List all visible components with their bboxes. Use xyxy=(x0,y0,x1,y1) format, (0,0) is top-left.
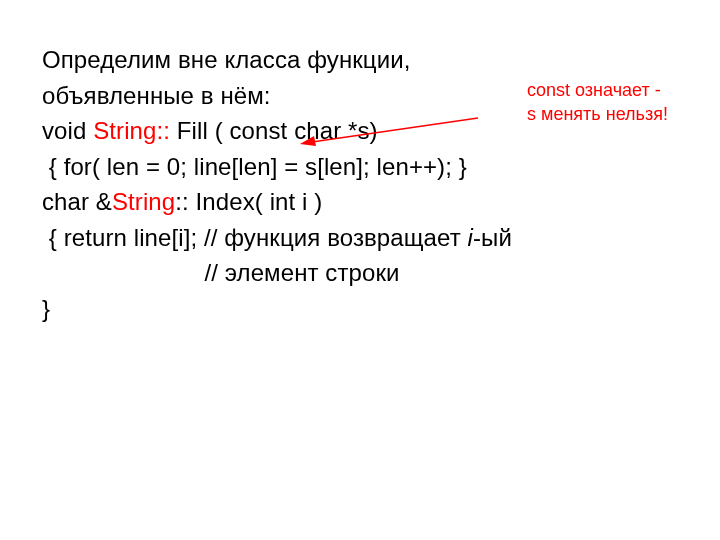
text-line-2: объявленные в нём: xyxy=(42,78,602,114)
code-line-fill-body: { for( len = 0; line[len] = s[len]; len+… xyxy=(42,149,602,185)
kw-char-ref: char & xyxy=(42,188,112,215)
code-line-index-decl: char &String:: Index( int i ) xyxy=(42,184,602,220)
code-line-close-brace: } xyxy=(42,291,602,327)
class-scope-1: String:: xyxy=(93,117,170,144)
class-scope-2: String xyxy=(112,188,175,215)
slide: Определим вне класса функции, объявленны… xyxy=(0,0,720,540)
code-line-return: { return line[i]; // функция возвращает … xyxy=(42,220,602,256)
annotation-line-1: const означает - xyxy=(527,78,702,102)
text-line-1: Определим вне класса функции, xyxy=(42,42,602,78)
index-signature: :: Index( int i ) xyxy=(175,188,322,215)
code-body: Определим вне класса функции, объявленны… xyxy=(42,42,602,326)
code-line-fill-decl: void String:: Fill ( const char *s) xyxy=(42,113,602,149)
fill-signature: Fill ( const char *s) xyxy=(170,117,378,144)
kw-void: void xyxy=(42,117,93,144)
annotation-line-2: s менять нельзя! xyxy=(527,102,702,126)
return-part-a: { return line[i]; // функция возвращает xyxy=(42,224,468,251)
code-line-comment2: // элемент строки xyxy=(42,255,602,291)
const-annotation: const означает - s менять нельзя! xyxy=(527,78,702,127)
return-part-b: -ый xyxy=(473,224,512,251)
